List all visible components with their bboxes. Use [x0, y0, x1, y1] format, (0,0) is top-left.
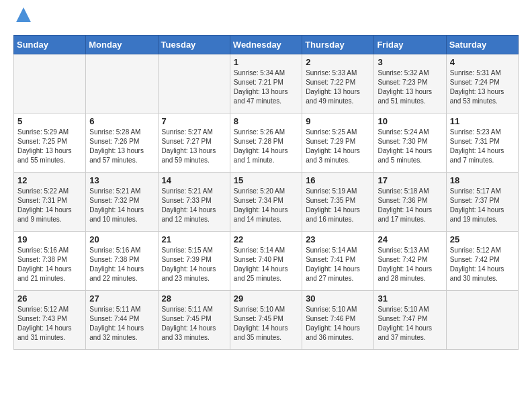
cell-content: Sunrise: 5:16 AM Sunset: 7:38 PM Dayligh… [89, 246, 154, 283]
calendar-cell: 23Sunrise: 5:14 AM Sunset: 7:41 PM Dayli… [302, 232, 374, 291]
calendar-cell: 8Sunrise: 5:26 AM Sunset: 7:28 PM Daylig… [230, 113, 302, 173]
week-row-5: 26Sunrise: 5:12 AM Sunset: 7:43 PM Dayli… [14, 291, 519, 350]
cell-content: Sunrise: 5:10 AM Sunset: 7:45 PM Dayligh… [234, 305, 298, 342]
cell-content: Sunrise: 5:10 AM Sunset: 7:47 PM Dayligh… [378, 305, 442, 342]
calendar-cell: 7Sunrise: 5:27 AM Sunset: 7:27 PM Daylig… [158, 113, 230, 173]
day-number: 1 [234, 57, 298, 67]
calendar-cell: 26Sunrise: 5:12 AM Sunset: 7:43 PM Dayli… [14, 291, 86, 350]
calendar-cell: 22Sunrise: 5:14 AM Sunset: 7:40 PM Dayli… [230, 232, 302, 291]
day-number: 16 [306, 175, 370, 185]
calendar-cell: 11Sunrise: 5:23 AM Sunset: 7:31 PM Dayli… [446, 113, 518, 173]
calendar-cell: 31Sunrise: 5:10 AM Sunset: 7:47 PM Dayli… [374, 291, 446, 350]
calendar-cell: 27Sunrise: 5:11 AM Sunset: 7:44 PM Dayli… [86, 291, 158, 350]
calendar-cell: 6Sunrise: 5:28 AM Sunset: 7:26 PM Daylig… [86, 113, 158, 173]
day-number: 8 [234, 116, 298, 126]
cell-content: Sunrise: 5:24 AM Sunset: 7:30 PM Dayligh… [378, 128, 442, 165]
day-number: 30 [306, 293, 370, 304]
day-number: 4 [450, 57, 515, 67]
day-number: 6 [89, 116, 154, 126]
cell-content: Sunrise: 5:11 AM Sunset: 7:45 PM Dayligh… [162, 305, 226, 342]
cell-content: Sunrise: 5:12 AM Sunset: 7:42 PM Dayligh… [450, 246, 515, 283]
header-day-saturday: Saturday [446, 36, 518, 54]
cell-content: Sunrise: 5:13 AM Sunset: 7:42 PM Dayligh… [378, 246, 442, 283]
day-number: 31 [378, 293, 442, 304]
cell-content: Sunrise: 5:21 AM Sunset: 7:33 PM Dayligh… [162, 187, 226, 224]
calendar-cell: 28Sunrise: 5:11 AM Sunset: 7:45 PM Dayli… [158, 291, 230, 350]
day-number: 3 [378, 57, 442, 67]
calendar-cell: 13Sunrise: 5:21 AM Sunset: 7:32 PM Dayli… [86, 173, 158, 232]
cell-content: Sunrise: 5:25 AM Sunset: 7:29 PM Dayligh… [306, 128, 370, 165]
page-header [13, 13, 519, 28]
cell-content: Sunrise: 5:17 AM Sunset: 7:37 PM Dayligh… [450, 187, 515, 224]
calendar-cell: 15Sunrise: 5:20 AM Sunset: 7:34 PM Dayli… [230, 173, 302, 232]
calendar-cell: 25Sunrise: 5:12 AM Sunset: 7:42 PM Dayli… [446, 232, 518, 291]
calendar-cell: 30Sunrise: 5:10 AM Sunset: 7:46 PM Dayli… [302, 291, 374, 350]
day-number: 26 [17, 293, 82, 304]
calendar-cell: 5Sunrise: 5:29 AM Sunset: 7:25 PM Daylig… [14, 113, 86, 173]
cell-content: Sunrise: 5:23 AM Sunset: 7:31 PM Dayligh… [450, 128, 515, 165]
day-number: 13 [89, 175, 154, 185]
calendar-cell: 4Sunrise: 5:31 AM Sunset: 7:24 PM Daylig… [446, 54, 518, 113]
day-number: 17 [378, 175, 442, 185]
header-day-wednesday: Wednesday [230, 36, 302, 54]
day-number: 25 [450, 234, 515, 244]
day-number: 22 [234, 234, 298, 244]
cell-content: Sunrise: 5:19 AM Sunset: 7:35 PM Dayligh… [306, 187, 370, 224]
calendar-cell: 17Sunrise: 5:18 AM Sunset: 7:36 PM Dayli… [374, 173, 446, 232]
cell-content: Sunrise: 5:26 AM Sunset: 7:28 PM Dayligh… [234, 128, 298, 165]
day-number: 7 [162, 116, 226, 126]
day-number: 12 [17, 175, 82, 185]
week-row-4: 19Sunrise: 5:16 AM Sunset: 7:38 PM Dayli… [14, 232, 519, 291]
day-number: 10 [378, 116, 442, 126]
day-number: 21 [162, 234, 226, 244]
calendar-cell [446, 291, 518, 350]
calendar-cell [14, 54, 86, 113]
cell-content: Sunrise: 5:21 AM Sunset: 7:32 PM Dayligh… [89, 187, 154, 224]
cell-content: Sunrise: 5:29 AM Sunset: 7:25 PM Dayligh… [17, 128, 82, 165]
calendar-table: SundayMondayTuesdayWednesdayThursdayFrid… [13, 35, 519, 350]
cell-content: Sunrise: 5:31 AM Sunset: 7:24 PM Dayligh… [450, 68, 515, 106]
calendar-cell: 2Sunrise: 5:33 AM Sunset: 7:22 PM Daylig… [302, 54, 374, 113]
calendar-header-row: SundayMondayTuesdayWednesdayThursdayFrid… [14, 36, 519, 54]
day-number: 14 [162, 175, 226, 185]
calendar-cell: 20Sunrise: 5:16 AM Sunset: 7:38 PM Dayli… [86, 232, 158, 291]
calendar-cell: 12Sunrise: 5:22 AM Sunset: 7:31 PM Dayli… [14, 173, 86, 232]
cell-content: Sunrise: 5:14 AM Sunset: 7:40 PM Dayligh… [234, 246, 298, 283]
calendar-cell: 21Sunrise: 5:15 AM Sunset: 7:39 PM Dayli… [158, 232, 230, 291]
cell-content: Sunrise: 5:12 AM Sunset: 7:43 PM Dayligh… [17, 305, 82, 342]
calendar-cell [86, 54, 158, 113]
day-number: 18 [450, 175, 515, 185]
calendar-cell [158, 54, 230, 113]
header-day-monday: Monday [86, 36, 158, 54]
day-number: 28 [162, 293, 226, 304]
calendar-cell: 16Sunrise: 5:19 AM Sunset: 7:35 PM Dayli… [302, 173, 374, 232]
calendar-cell: 18Sunrise: 5:17 AM Sunset: 7:37 PM Dayli… [446, 173, 518, 232]
day-number: 11 [450, 116, 515, 126]
day-number: 9 [306, 116, 370, 126]
cell-content: Sunrise: 5:28 AM Sunset: 7:26 PM Dayligh… [89, 128, 154, 165]
calendar-cell: 24Sunrise: 5:13 AM Sunset: 7:42 PM Dayli… [374, 232, 446, 291]
logo-icon [16, 7, 31, 22]
cell-content: Sunrise: 5:32 AM Sunset: 7:23 PM Dayligh… [378, 68, 442, 106]
header-day-tuesday: Tuesday [158, 36, 230, 54]
calendar-cell: 10Sunrise: 5:24 AM Sunset: 7:30 PM Dayli… [374, 113, 446, 173]
cell-content: Sunrise: 5:10 AM Sunset: 7:46 PM Dayligh… [306, 305, 370, 342]
calendar-cell: 29Sunrise: 5:10 AM Sunset: 7:45 PM Dayli… [230, 291, 302, 350]
cell-content: Sunrise: 5:11 AM Sunset: 7:44 PM Dayligh… [89, 305, 154, 342]
svg-marker-0 [16, 7, 31, 22]
header-day-friday: Friday [374, 36, 446, 54]
cell-content: Sunrise: 5:34 AM Sunset: 7:21 PM Dayligh… [234, 68, 298, 106]
calendar-cell: 9Sunrise: 5:25 AM Sunset: 7:29 PM Daylig… [302, 113, 374, 173]
cell-content: Sunrise: 5:16 AM Sunset: 7:38 PM Dayligh… [17, 246, 82, 283]
calendar-cell: 3Sunrise: 5:32 AM Sunset: 7:23 PM Daylig… [374, 54, 446, 113]
day-number: 23 [306, 234, 370, 244]
week-row-2: 5Sunrise: 5:29 AM Sunset: 7:25 PM Daylig… [14, 113, 519, 173]
header-day-thursday: Thursday [302, 36, 374, 54]
logo [13, 13, 31, 28]
cell-content: Sunrise: 5:15 AM Sunset: 7:39 PM Dayligh… [162, 246, 226, 283]
header-day-sunday: Sunday [14, 36, 86, 54]
calendar-cell: 14Sunrise: 5:21 AM Sunset: 7:33 PM Dayli… [158, 173, 230, 232]
day-number: 27 [89, 293, 154, 304]
day-number: 29 [234, 293, 298, 304]
cell-content: Sunrise: 5:14 AM Sunset: 7:41 PM Dayligh… [306, 246, 370, 283]
